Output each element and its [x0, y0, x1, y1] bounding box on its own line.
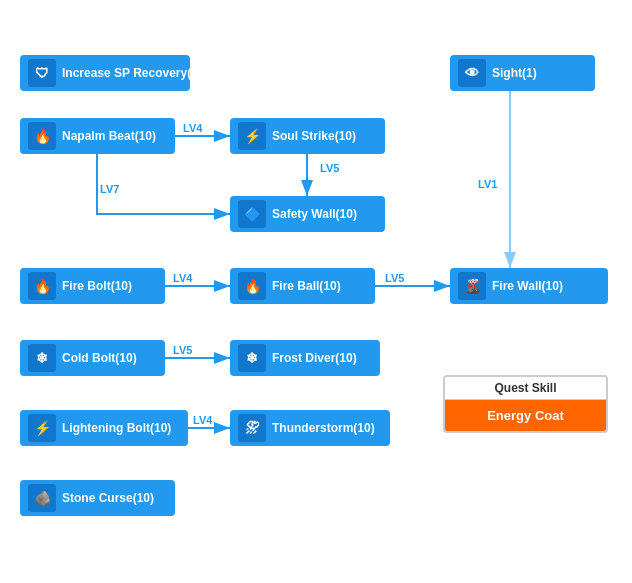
- skill-icon-fire-ball: 🔥: [238, 272, 266, 300]
- lv-label-lightening-thunder: LV4: [193, 414, 212, 426]
- skill-fire-wall[interactable]: 🌋 Fire Wall(10): [450, 268, 608, 304]
- lv-label-coldbolt-frostdiver: LV5: [173, 344, 192, 356]
- lv-label-firebolt-fireball: LV4: [173, 272, 192, 284]
- skill-label-safety-wall: Safety Wall(10): [272, 207, 357, 221]
- skill-label-increase-sp: Increase SP Recovery(10): [62, 66, 209, 80]
- lv-label-napalm-soul: LV4: [183, 122, 202, 134]
- skill-icon-fire-bolt: 🔥: [28, 272, 56, 300]
- lv-label-sight-firewall: LV1: [478, 178, 497, 190]
- skill-tree: 🛡 Increase SP Recovery(10) 🔥 Napalm Beat…: [0, 0, 632, 583]
- skill-cold-bolt[interactable]: ❄ Cold Bolt(10): [20, 340, 165, 376]
- skill-label-fire-bolt: Fire Bolt(10): [62, 279, 132, 293]
- skill-label-sight: Sight(1): [492, 66, 537, 80]
- lv-label-napalm-safety: LV7: [100, 183, 119, 195]
- skill-napalm-beat[interactable]: 🔥 Napalm Beat(10): [20, 118, 175, 154]
- skill-icon-safety-wall: 🔷: [238, 200, 266, 228]
- quest-skill-title: Quest Skill: [445, 377, 606, 400]
- skill-icon-soul-strike: ⚡: [238, 122, 266, 150]
- skill-label-napalm-beat: Napalm Beat(10): [62, 129, 156, 143]
- skill-icon-increase-sp: 🛡: [28, 59, 56, 87]
- skill-icon-napalm-beat: 🔥: [28, 122, 56, 150]
- skill-label-frost-diver: Frost Diver(10): [272, 351, 357, 365]
- skill-label-lightening-bolt: Lightening Bolt(10): [62, 421, 171, 435]
- lv-label-fireball-firewall: LV5: [385, 272, 404, 284]
- skill-icon-stone-curse: 🪨: [28, 484, 56, 512]
- skill-frost-diver[interactable]: ❄ Frost Diver(10): [230, 340, 380, 376]
- skill-fire-bolt[interactable]: 🔥 Fire Bolt(10): [20, 268, 165, 304]
- skill-label-thunderstorm: Thunderstorm(10): [272, 421, 375, 435]
- skill-icon-thunderstorm: ⛈: [238, 414, 266, 442]
- quest-skill-energy-coat-button[interactable]: Energy Coat: [445, 400, 606, 431]
- skill-label-fire-wall: Fire Wall(10): [492, 279, 563, 293]
- skill-fire-ball[interactable]: 🔥 Fire Ball(10): [230, 268, 375, 304]
- skill-safety-wall[interactable]: 🔷 Safety Wall(10): [230, 196, 385, 232]
- skill-label-fire-ball: Fire Ball(10): [272, 279, 341, 293]
- skill-increase-sp[interactable]: 🛡 Increase SP Recovery(10): [20, 55, 190, 91]
- skill-label-cold-bolt: Cold Bolt(10): [62, 351, 137, 365]
- skill-soul-strike[interactable]: ⚡ Soul Strike(10): [230, 118, 385, 154]
- skill-icon-fire-wall: 🌋: [458, 272, 486, 300]
- skill-label-stone-curse: Stone Curse(10): [62, 491, 154, 505]
- skill-label-soul-strike: Soul Strike(10): [272, 129, 356, 143]
- quest-skill-section: Quest Skill Energy Coat: [443, 375, 608, 433]
- skill-stone-curse[interactable]: 🪨 Stone Curse(10): [20, 480, 175, 516]
- skill-lightening-bolt[interactable]: ⚡ Lightening Bolt(10): [20, 410, 188, 446]
- skill-icon-lightening-bolt: ⚡: [28, 414, 56, 442]
- skill-icon-cold-bolt: ❄: [28, 344, 56, 372]
- skill-thunderstorm[interactable]: ⛈ Thunderstorm(10): [230, 410, 390, 446]
- skill-icon-sight: 👁: [458, 59, 486, 87]
- skill-sight[interactable]: 👁 Sight(1): [450, 55, 595, 91]
- skill-icon-frost-diver: ❄: [238, 344, 266, 372]
- lv-label-soul-safety: LV5: [320, 162, 339, 174]
